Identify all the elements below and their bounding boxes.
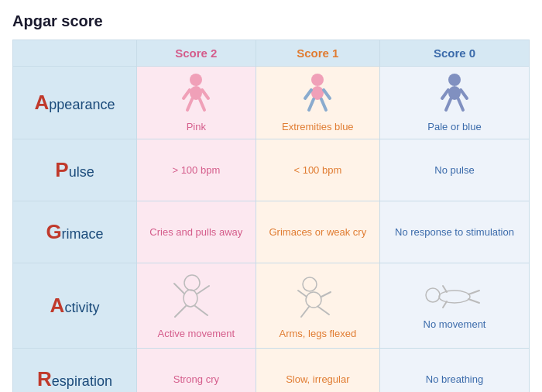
svg-point-24 [303, 277, 317, 291]
grimace-score2: Cries and pulls away [137, 201, 256, 263]
grimace-score1-text: Grimaces or weak cry [269, 226, 367, 238]
appearance-score2-icon-area: Pink [142, 73, 251, 132]
svg-line-8 [305, 90, 311, 98]
baby-blue-extremities-icon [301, 73, 334, 115]
svg-point-19 [184, 290, 197, 307]
grimace-score2-text: Cries and pulls away [149, 226, 242, 238]
activity-score2-icon-area: Active movement [142, 272, 251, 339]
appearance-score2-text: Pink [187, 121, 206, 132]
row-activity: Activity [13, 263, 530, 349]
respiration-score0-text: No breathing [426, 373, 483, 385]
svg-line-16 [446, 99, 451, 110]
svg-line-2 [184, 90, 190, 98]
header-score0: Score 0 [380, 40, 530, 67]
baby-pink-icon [180, 73, 212, 115]
page-title: Apgar score [12, 12, 530, 30]
baby-flexed-icon [290, 272, 345, 322]
appearance-score0-text: Pale or blue [427, 121, 481, 132]
label-activity: Activity [13, 263, 137, 349]
svg-line-27 [321, 292, 331, 297]
svg-point-31 [439, 291, 470, 303]
appearance-score0: Pale or blue [380, 67, 530, 139]
activity-score0-text: No movement [424, 318, 486, 330]
grimace-score0: No response to stimulation [380, 201, 530, 263]
svg-point-18 [184, 275, 200, 291]
activity-score0: No movement [380, 263, 530, 349]
svg-point-30 [426, 288, 440, 302]
respiration-score1-text: Slow, irregular [286, 373, 349, 385]
header-score1: Score 1 [256, 40, 379, 67]
activity-score2: Active movement [137, 263, 256, 349]
svg-line-21 [197, 286, 209, 294]
svg-point-0 [190, 74, 202, 86]
pulse-score0-text: No pulse [434, 164, 474, 176]
svg-line-5 [200, 99, 204, 110]
respiration-score0: No breathing [380, 349, 530, 393]
svg-line-34 [468, 291, 479, 294]
svg-line-35 [468, 299, 479, 303]
baby-active-icon [169, 272, 223, 322]
label-pulse: Pulse [13, 139, 137, 201]
respiration-score2: Strong cry [137, 349, 256, 393]
header-score2: Score 2 [137, 40, 256, 67]
svg-line-15 [461, 90, 467, 98]
row-pulse: Pulse > 100 bpm < 100 bpm No pulse [13, 139, 530, 201]
pulse-score1: < 100 bpm [256, 139, 379, 201]
svg-line-33 [443, 301, 447, 308]
appearance-score1-icon-area: Extremities blue [261, 73, 375, 132]
row-appearance: Appearance [13, 67, 530, 139]
svg-point-6 [311, 74, 324, 86]
baby-pale-blue-icon [438, 73, 471, 115]
svg-line-10 [309, 99, 314, 110]
appearance-score1-text: Extremities blue [282, 121, 353, 132]
appearance-score2: Pink [137, 67, 256, 139]
svg-line-22 [175, 306, 186, 317]
respiration-score1: Slow, irregular [256, 349, 379, 393]
svg-line-26 [298, 291, 307, 297]
svg-line-11 [321, 99, 326, 110]
appearance-score1: Extremities blue [256, 67, 379, 139]
svg-line-20 [174, 284, 184, 294]
grimace-score1: Grimaces or weak cry [256, 201, 379, 263]
baby-no-movement-icon [424, 281, 485, 312]
svg-line-14 [442, 90, 448, 98]
activity-score1-text: Arms, legs flexed [280, 328, 357, 339]
svg-line-3 [202, 90, 208, 98]
activity-score1-icon-area: Arms, legs flexed [261, 272, 375, 339]
activity-score2-text: Active movement [157, 328, 235, 339]
pulse-score0: No pulse [380, 139, 530, 201]
svg-line-4 [187, 99, 192, 110]
svg-line-29 [318, 307, 329, 315]
apgar-table: Score 2 Score 1 Score 0 Appearance [12, 40, 530, 392]
pulse-score2: > 100 bpm [137, 139, 256, 201]
svg-point-25 [306, 292, 321, 308]
grimace-score0-text: No response to stimulation [395, 226, 514, 238]
respiration-score2-text: Strong cry [173, 373, 219, 385]
table-header-row: Score 2 Score 1 Score 0 [13, 40, 530, 67]
pulse-score2-text: > 100 bpm [172, 164, 220, 176]
svg-line-9 [324, 90, 330, 98]
svg-line-17 [458, 99, 463, 110]
label-appearance: Appearance [13, 67, 137, 139]
svg-line-28 [301, 307, 309, 317]
activity-score1: Arms, legs flexed [256, 263, 379, 349]
row-grimace: Grimace Cries and pulls away Grimaces or… [13, 201, 530, 263]
header-label [13, 40, 137, 67]
svg-point-12 [448, 74, 461, 86]
svg-line-32 [443, 286, 447, 292]
label-respiration: Respiration [13, 349, 137, 393]
pulse-score1-text: < 100 bpm [293, 164, 341, 176]
svg-line-23 [195, 306, 208, 315]
activity-score0-icon-area: No movement [385, 281, 524, 330]
label-grimace: Grimace [13, 201, 137, 263]
row-respiration: Respiration Strong cry Slow, irregular N… [13, 349, 530, 393]
appearance-score0-icon-area: Pale or blue [385, 73, 524, 132]
